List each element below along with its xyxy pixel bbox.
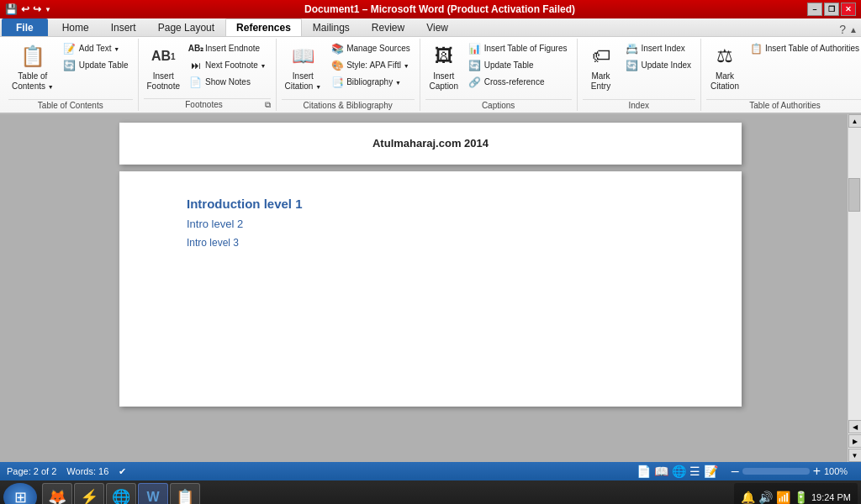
save-icon: 💾: [5, 3, 18, 15]
insert-table-figures-icon: 📊: [468, 42, 482, 55]
zoom-slider[interactable]: [742, 468, 810, 475]
document-area: Atulmaharaj.com 2014 Introduction level …: [0, 114, 861, 462]
scroll-prev-page-button[interactable]: ◀: [848, 420, 862, 433]
insert-citation-icon: 📖: [289, 43, 316, 70]
insert-citation-button[interactable]: 📖 InsertCitation ▼: [282, 40, 325, 94]
mark-entry-button[interactable]: 🏷 MarkEntry: [583, 40, 620, 94]
tab-home[interactable]: Home: [51, 18, 100, 36]
view-outline-icon[interactable]: ☰: [689, 465, 700, 478]
tray-notification-icon[interactable]: 🔔: [741, 491, 755, 504]
heading-level-1: Introduction level 1: [187, 197, 674, 211]
manage-sources-button[interactable]: 📚 Manage Sources: [326, 40, 415, 56]
restore-button[interactable]: ❐: [824, 3, 839, 16]
insert-index-button[interactable]: 📇 Insert Index: [621, 40, 696, 56]
style-icon: 🎨: [330, 59, 344, 72]
insert-endnote-icon: AB₂: [189, 42, 203, 55]
taskbar-app-chrome[interactable]: 🌐: [106, 483, 136, 504]
ribbon-group-citations: 📖 InsertCitation ▼ 📚 Manage Sources 🎨 St…: [277, 39, 420, 111]
tab-insert[interactable]: Insert: [100, 18, 147, 36]
insert-caption-icon: 🖼: [430, 43, 457, 70]
proofing-icon[interactable]: ✔: [119, 466, 126, 477]
index-small-group: 📇 Insert Index 🔄 Update Index: [621, 40, 696, 73]
captions-small-group: 📊 Insert Table of Figures 🔄 Update Table…: [464, 40, 572, 90]
bibliography-icon: 📑: [330, 76, 344, 89]
ribbon: 📋 Table ofContents ▼ 📝 Add Text ▼ 🔄 Upda…: [0, 37, 861, 114]
authorities-small-group: 📋 Insert Table of Authorities: [745, 40, 861, 56]
insert-caption-button[interactable]: 🖼 InsertCaption: [425, 40, 462, 94]
toc-group-label: Table of Contents: [8, 99, 133, 111]
scroll-next-page-button[interactable]: ▶: [848, 434, 862, 448]
cross-reference-button[interactable]: 🔗 Cross-reference: [464, 74, 572, 90]
table-of-contents-button[interactable]: 📋 Table ofContents ▼: [8, 40, 57, 94]
style-button[interactable]: 🎨 Style: APA Fiftl ▼: [326, 57, 415, 73]
ribbon-group-captions: 🖼 InsertCaption 📊 Insert Table of Figure…: [420, 39, 578, 111]
taskbar-app-firefox[interactable]: 🦊: [42, 483, 72, 504]
page-indicator: Page: 2 of 2: [7, 466, 56, 476]
view-full-reading-icon[interactable]: 📖: [654, 465, 668, 478]
next-footnote-icon: ⏭: [189, 59, 203, 72]
scroll-track: [848, 128, 861, 420]
zoom-level: 100%: [824, 466, 854, 476]
redo-icon[interactable]: ↪: [33, 3, 41, 15]
taskbar-app-word[interactable]: W: [138, 483, 168, 504]
zoom-in-button[interactable]: +: [813, 464, 821, 479]
insert-table-figures-button[interactable]: 📊 Insert Table of Figures: [464, 40, 572, 56]
collapse-ribbon-icon[interactable]: ▲: [849, 25, 858, 34]
scroll-down-button[interactable]: ▼: [848, 449, 862, 462]
zoom-out-button[interactable]: –: [732, 464, 739, 479]
page-1-text: Atulmaharaj.com 2014: [372, 137, 489, 150]
tray-volume-icon[interactable]: 🔊: [758, 491, 773, 504]
insert-footnote-icon: AB1: [150, 43, 177, 70]
taskbar-app-misc[interactable]: 📋: [170, 483, 200, 504]
scroll-thumb[interactable]: [848, 178, 860, 212]
undo-icon[interactable]: ↩: [21, 3, 29, 15]
tab-file[interactable]: File: [2, 18, 48, 36]
scroll-up-button[interactable]: ▲: [848, 114, 862, 128]
view-draft-icon[interactable]: 📝: [704, 465, 718, 478]
help-icon[interactable]: ?: [839, 23, 846, 36]
add-text-button[interactable]: 📝 Add Text ▼: [59, 40, 133, 56]
page-2-content: Introduction level 1 Intro level 2 Intro…: [119, 171, 742, 407]
footnotes-group-label: Footnotes ⧉: [144, 98, 271, 111]
qat-dropdown[interactable]: ▼: [45, 6, 51, 13]
tray-clock[interactable]: 19:24 PM: [811, 492, 851, 502]
update-table-captions-button[interactable]: 🔄 Update Table: [464, 57, 572, 73]
captions-group-label: Captions: [425, 99, 572, 111]
tab-review[interactable]: Review: [361, 18, 415, 36]
tray-battery-icon[interactable]: 🔋: [794, 491, 808, 504]
page-2: Introduction level 1 Intro level 2 Intro…: [119, 171, 742, 407]
ribbon-group-authorities: ⚖ MarkCitation 📋 Insert Table of Authori…: [701, 39, 861, 111]
citations-group-label: Citations & Bibliography: [282, 99, 415, 111]
view-print-icon[interactable]: 📄: [637, 465, 651, 478]
tray-network-icon[interactable]: 📶: [776, 491, 790, 504]
heading-level-3: Intro level 3: [187, 237, 674, 249]
bibliography-button[interactable]: 📑 Bibliography ▼: [326, 74, 415, 90]
tab-mailings[interactable]: Mailings: [302, 18, 361, 36]
mark-entry-icon: 🏷: [588, 43, 615, 70]
taskbar: ⊞ 🦊 ⚡ 🌐 W 📋 🔔 🔊 📶 🔋 19:24 PM: [0, 480, 861, 504]
insert-table-authorities-button[interactable]: 📋 Insert Table of Authorities: [745, 40, 861, 56]
view-web-icon[interactable]: 🌐: [672, 465, 686, 478]
close-button[interactable]: ✕: [841, 3, 856, 16]
taskbar-app-media[interactable]: ⚡: [74, 483, 104, 504]
update-table-toc-button[interactable]: 🔄 Update Table: [59, 57, 133, 73]
insert-footnote-button[interactable]: AB1 InsertFootnote: [144, 40, 183, 94]
update-index-button[interactable]: 🔄 Update Index: [621, 57, 696, 73]
tab-page-layout[interactable]: Page Layout: [147, 18, 225, 36]
show-notes-icon: 📄: [189, 76, 203, 89]
page-1-footer: Atulmaharaj.com 2014: [119, 123, 742, 165]
minimize-button[interactable]: –: [807, 3, 822, 16]
mark-citation-button[interactable]: ⚖ MarkCitation: [706, 40, 743, 94]
show-notes-button[interactable]: 📄 Show Notes: [185, 74, 271, 90]
next-footnote-button[interactable]: ⏭ Next Footnote ▼: [185, 57, 271, 73]
citations-small-group: 📚 Manage Sources 🎨 Style: APA Fiftl ▼ 📑 …: [326, 40, 415, 90]
update-index-icon: 🔄: [626, 59, 639, 72]
insert-endnote-button[interactable]: AB₂ Insert Endnote: [185, 40, 271, 56]
start-button[interactable]: ⊞: [3, 483, 37, 504]
tab-references[interactable]: References: [225, 18, 302, 36]
mark-citation-icon: ⚖: [711, 43, 738, 70]
cross-reference-icon: 🔗: [468, 76, 482, 89]
update-table-toc-icon: 🔄: [63, 59, 77, 72]
add-text-icon: 📝: [63, 42, 77, 55]
tab-view[interactable]: View: [415, 18, 459, 36]
